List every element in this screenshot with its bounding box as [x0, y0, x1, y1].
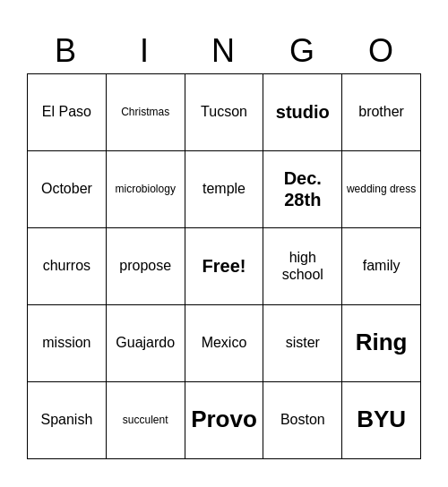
bingo-cell: propose	[107, 228, 185, 305]
bingo-cell: brother	[342, 74, 421, 151]
bingo-cell: Boston	[263, 382, 342, 459]
cell-text: BYU	[357, 406, 406, 433]
cell-text: Boston	[280, 411, 325, 428]
cell-text: brother	[358, 103, 404, 120]
bingo-cell: Guajardo	[107, 305, 185, 382]
bingo-cell: studio	[263, 74, 342, 151]
header-letter: O	[342, 29, 421, 73]
cell-text: Dec. 28th	[267, 167, 338, 210]
bingo-cell: microbiology	[107, 151, 185, 228]
bingo-cell: family	[342, 228, 421, 305]
bingo-cell: Ring	[342, 305, 421, 382]
bingo-cell: Christmas	[107, 74, 185, 151]
bingo-cell: sister	[263, 305, 342, 382]
cell-text: El Paso	[42, 103, 91, 120]
cell-text: succulent	[123, 414, 168, 426]
bingo-card: BINGO El PasoChristmasTucsonstudiobrothe…	[18, 20, 430, 468]
cell-text: microbiology	[116, 183, 176, 195]
cell-text: family	[363, 257, 401, 274]
cell-text: propose	[119, 257, 171, 274]
header-letter: B	[27, 29, 106, 73]
cell-text: October	[41, 180, 92, 197]
header-letter: N	[185, 29, 263, 73]
cell-text: Tucson	[201, 103, 247, 120]
bingo-cell: mission	[28, 305, 107, 382]
cell-text: Ring	[356, 329, 408, 356]
bingo-cell: temple	[185, 151, 264, 228]
cell-text: temple	[202, 180, 246, 197]
header-letter: I	[106, 29, 185, 73]
bingo-cell: El Paso	[28, 74, 107, 151]
cell-text: studio	[276, 101, 330, 123]
bingo-cell: Spanish	[28, 382, 107, 459]
bingo-cell: churros	[28, 228, 107, 305]
cell-text: Mexico	[202, 334, 247, 351]
cell-text: churros	[43, 257, 90, 274]
bingo-cell: Provo	[185, 382, 264, 459]
bingo-cell: October	[28, 151, 107, 228]
bingo-cell: high school	[263, 228, 342, 305]
cell-text: sister	[286, 334, 320, 351]
bingo-cell: Dec. 28th	[263, 151, 342, 228]
cell-text: mission	[42, 334, 90, 351]
cell-text: Guajardo	[116, 334, 175, 351]
bingo-cell: Mexico	[185, 305, 264, 382]
bingo-cell: succulent	[107, 382, 185, 459]
cell-text: wedding dress	[347, 183, 416, 195]
header-letter: G	[263, 29, 342, 73]
bingo-cell: Tucson	[185, 74, 264, 151]
cell-text: Spanish	[40, 411, 92, 428]
bingo-header: BINGO	[27, 29, 421, 73]
cell-text: Provo	[191, 406, 257, 433]
bingo-cell: BYU	[342, 382, 421, 459]
bingo-grid: El PasoChristmasTucsonstudiobrotherOctob…	[27, 73, 421, 459]
bingo-cell: Free!	[185, 228, 264, 305]
cell-text: high school	[267, 249, 338, 283]
cell-text: Free!	[202, 255, 246, 277]
bingo-cell: wedding dress	[342, 151, 421, 228]
cell-text: Christmas	[121, 106, 169, 118]
